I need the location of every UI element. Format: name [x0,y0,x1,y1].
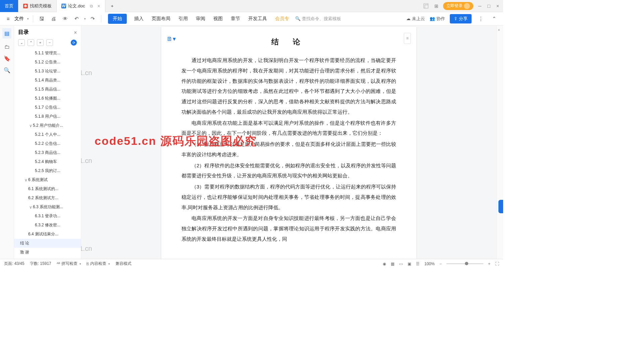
tab-home-label: 首页 [5,3,13,9]
toc-item[interactable]: ∨6.3 系统功能测... [14,203,81,212]
outline-view-icon[interactable]: ☰ [416,262,420,266]
close-panel-icon[interactable]: × [74,30,77,35]
page-icon[interactable]: 🗎▾ [167,33,176,45]
side-pull-tab[interactable] [498,200,503,213]
expand-down-icon[interactable]: ⌄ [18,39,25,46]
toc-item[interactable]: 5.1.7 公告信... [14,103,81,112]
fullscreen-icon[interactable]: ⛶ [495,262,499,266]
ribbon-view[interactable]: 视图 [213,14,223,24]
ribbon-member[interactable]: 会员专 [274,14,290,24]
maximize-icon[interactable]: □ [486,2,491,10]
reading-view-icon[interactable]: ▣ [408,262,411,266]
save-icon[interactable]: 🖫 [37,14,46,23]
eye-icon[interactable]: ◉ [383,262,386,266]
toc-item[interactable]: ∨5.2 用户功能介... [14,121,81,130]
ribbon-start[interactable]: 开始 [108,14,127,24]
login-button[interactable]: 立即登录 [443,2,473,10]
ribbon-ref[interactable]: 引用 [178,14,189,24]
tab-template-label: 找稻壳模板 [30,3,52,9]
toc-item[interactable]: 6.2 系统测试方... [14,193,81,203]
grid-view-icon[interactable]: ▦ [391,262,394,266]
zoom-slider[interactable] [446,263,483,264]
chevron-down-icon: ∨ [23,178,28,182]
toc-item[interactable]: 参考文献 [14,257,81,259]
ribbon-insert[interactable]: 插入 [133,14,144,24]
remove-icon[interactable]: − [46,39,53,46]
toc-item[interactable]: 5.1.5 商品信... [14,85,81,94]
page-count[interactable]: 页面: 43/45 [4,261,24,267]
toc-label: 6.1 系统测试的... [28,186,58,192]
hamburger-icon[interactable]: ≡ [5,14,12,23]
undo-icon[interactable]: ↶ [72,14,81,23]
toc-item[interactable]: ∨6 系统测试 [14,175,81,184]
add-icon[interactable]: + [37,39,44,46]
document-canvas[interactable]: code51.cn code51.cn code51.cn 🗎▾ ≡ 结 论 通… [81,25,496,259]
cast-icon[interactable]: ⧉ [90,4,93,8]
panel-icon[interactable]: ⿸ [422,2,430,10]
apps-icon[interactable]: ⊞ [433,2,440,10]
share-button[interactable]: ⇪分享 [450,14,472,23]
collapse-up-icon[interactable]: ⌃ [28,39,34,46]
collapse-icon[interactable]: ⌃ [490,14,498,23]
tab-new[interactable]: ＋ [105,0,119,12]
toc-item[interactable]: 5.2.2 公告信... [14,139,81,148]
page: 🗎▾ ≡ 结 论 通过对电商应用系统的开发，让我深刻明白开发一个程序软件需要经历… [161,27,416,259]
page-menu-icon[interactable]: ≡ [404,33,411,44]
tab-home[interactable]: 首页 [0,0,18,12]
toc-item[interactable]: 5.2.3 商品信... [14,148,81,157]
toc-item[interactable]: 6.3.1 登录功... [14,212,81,221]
zoom-in-icon[interactable]: + [488,262,490,266]
toc-item[interactable]: 5.2.4 购物车 [14,157,81,166]
toc-item[interactable]: 6.1 系统测试的... [14,184,81,193]
word-count[interactable]: 字数: 15917 [30,261,51,267]
compat-mode[interactable]: 兼容模式 [115,261,131,267]
cloud-status[interactable]: ☁未上云 [406,16,425,22]
ribbon-review[interactable]: 审阅 [195,14,206,24]
print-icon[interactable]: 🖨 [49,14,58,23]
toc-label: 5.2.4 购物车 [35,159,57,165]
folder-icon[interactable]: 🗀 [4,44,10,50]
toc-item[interactable]: 6.4 测试结果分... [14,230,81,239]
toc-item[interactable]: 6.3.2 修改密... [14,221,81,230]
zoom-value[interactable]: 100% [424,262,435,266]
ribbon-dev[interactable]: 开发工具 [248,14,268,24]
toc-list: 5.1.1 管理页...5.1.2 公告类...5.1.3 论坛管...5.1.… [14,49,81,259]
toc-item[interactable]: 致 谢 [14,248,81,257]
toc-label: 6.4 测试结果分... [28,231,58,237]
tab-document[interactable]: W论文.doc⧉× [57,0,105,12]
ribbon-chapter[interactable]: 章节 [230,14,241,24]
redo-icon[interactable]: ↷ [89,14,97,23]
toc-item[interactable]: 5.1.3 论坛管... [14,67,81,76]
toc-label: 5.2.3 商品信... [35,150,60,156]
toc-item[interactable]: 5.1.2 公告类... [14,58,81,67]
window-close-icon[interactable]: × [495,2,500,10]
toc-item[interactable]: 5.1.6 轮播图... [14,94,81,103]
fire-icon: ✱ [23,4,28,8]
doc-para: 通过对电商应用系统的开发，让我深刻明白开发一个程序软件需要经历的流程，当确定要开… [181,55,396,117]
command-search[interactable]: 🔍查找命令、搜索模板 [295,16,341,22]
toc-item[interactable]: 5.1.4 商品类... [14,76,81,85]
spell-check[interactable]: ᴬᴮ拼写检查▾ [57,261,81,267]
web-view-icon[interactable]: ▭ [399,262,403,266]
minimize-icon[interactable]: ─ [477,2,483,10]
outline-icon[interactable]: ▤ [2,28,11,39]
toc-item[interactable]: 5.2.5 我的订... [14,166,81,175]
toc-item[interactable]: 5.1.1 管理页... [14,49,81,58]
ribbon-layout[interactable]: 页面布局 [151,14,171,24]
find-icon[interactable]: 🔍 [4,67,10,73]
zoom-out-icon[interactable]: − [439,262,442,266]
scroll-up-icon[interactable]: ▴ [498,27,500,31]
toc-item[interactable]: 5.2.1 个人中... [14,130,81,139]
tab-template[interactable]: ✱找稻壳模板 [18,0,57,12]
file-menu[interactable]: 文件 [14,16,24,22]
toc-item[interactable]: 结 论 [14,239,81,248]
preview-icon[interactable]: 👁 [61,14,70,23]
toc-item[interactable]: 5.1.8 用户信... [14,112,81,121]
content-check[interactable]: ⎘内容检查▾ [87,261,110,267]
sync-icon[interactable]: ⟳ [71,40,77,46]
more-icon[interactable]: ⋮ [476,14,485,23]
close-icon[interactable]: × [98,3,100,9]
bookmark-icon[interactable]: 🔖 [4,55,10,62]
toc-label: 5.2 用户功能介... [33,123,63,128]
collab-button[interactable]: 👥协作 [430,16,445,22]
